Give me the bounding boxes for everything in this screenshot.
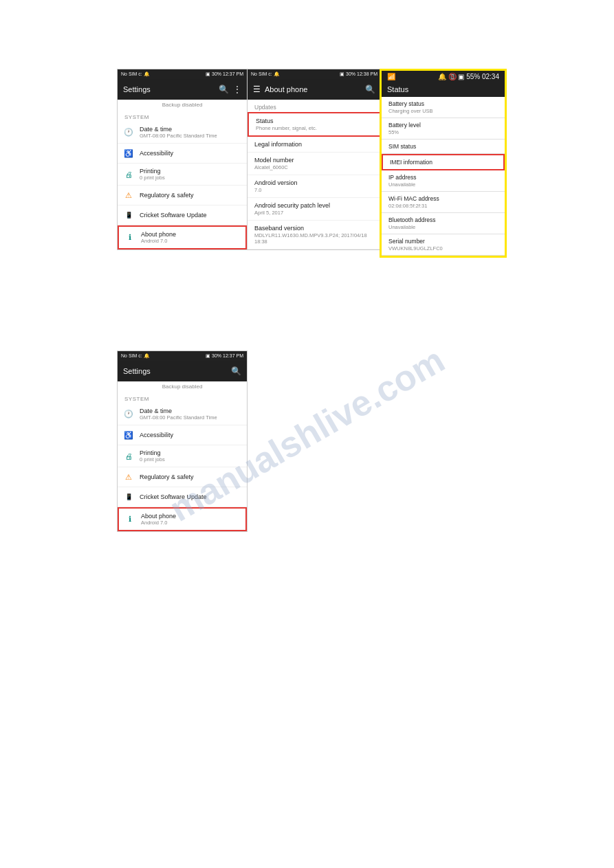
about-security-patch[interactable]: Android security patch level April 5, 20… <box>248 198 381 221</box>
serial-number-item[interactable]: Serial number VWUKN8L9UGLZLFC0 <box>382 234 505 256</box>
cricket-icon: 📱 <box>123 210 134 221</box>
about-status[interactable]: Status Phone number, signal, etc. <box>248 112 381 137</box>
serial-number-value: VWUKN8L9UGLZLFC0 <box>388 245 498 252</box>
bottom-printing-subtitle: 0 print jobs <box>140 456 241 463</box>
battery-level-title: Battery level <box>388 122 498 129</box>
settings-accessibility[interactable]: ♿ Accessibility <box>118 144 247 164</box>
status-bar-left: No SIM c: 🔔 ▣ 30% 12:37 PM <box>118 69 247 79</box>
bottom-cricket[interactable]: 📱 Cricket Software Update <box>118 487 247 507</box>
battery-level-item[interactable]: Battery level 55% <box>382 118 505 140</box>
bottom-clock-icon: 🕐 <box>123 409 134 420</box>
about-baseband[interactable]: Baseband version MDLYLR11.W1630.MD.MPV9.… <box>248 221 381 249</box>
status-panel-bar-left: 📶 <box>387 73 395 80</box>
bottom-phone: No SIM c: 🔔 ▣ 30% 12:37 PM Settings 🔍 Ba… <box>117 350 248 532</box>
bottom-date-time[interactable]: 🕐 Date & time GMT-08:00 Pacific Standard… <box>118 403 247 425</box>
menu-icon[interactable]: ⋮ <box>233 85 241 94</box>
status-bar-middle-left: No SIM c: 🔔 <box>251 71 280 77</box>
bottom-system-header: SYSTEM <box>118 392 247 403</box>
bottom-backup-disabled: Backup disabled <box>118 381 247 392</box>
imei-info-item[interactable]: IMEI information <box>382 154 505 170</box>
sim-status-title: SIM status <box>388 143 498 150</box>
about-title-left: About phone <box>141 231 240 238</box>
settings-regulatory[interactable]: ⚠ Regulatory & safety <box>118 186 247 205</box>
updates-section-header: Updates <box>248 100 381 112</box>
sim-status-item[interactable]: SIM status <box>382 140 505 154</box>
security-patch-value: April 5, 2017 <box>254 210 374 216</box>
date-time-title: Date & time <box>140 126 241 133</box>
bottom-status-bar: No SIM c: 🔔 ▣ 30% 12:37 PM <box>118 351 247 361</box>
print-icon: 🖨 <box>123 169 134 180</box>
clock-icon: 🕐 <box>123 127 134 138</box>
regulatory-title: Regulatory & safety <box>140 192 241 199</box>
about-legal[interactable]: Legal information <box>248 137 381 153</box>
bottom-app-bar: Settings 🔍 <box>118 361 247 381</box>
bottom-regulatory-title: Regulatory & safety <box>140 474 241 480</box>
top-left-phone: No SIM c: 🔔 ▣ 30% 12:37 PM Settings 🔍 ⋮ … <box>117 69 248 250</box>
settings-about-phone-left[interactable]: ℹ About phone Android 7.0 <box>118 225 247 249</box>
imei-title: IMEI information <box>390 159 496 166</box>
bottom-cricket-icon: 📱 <box>123 491 134 502</box>
bluetooth-title: Bluetooth address <box>388 216 498 223</box>
printing-subtitle: 0 print jobs <box>140 175 241 181</box>
search-icon[interactable]: 🔍 <box>219 85 229 94</box>
wifi-mac-value: 02:0d:08:5f:2f:31 <box>388 203 498 209</box>
android-version-value: 7.0 <box>254 187 374 193</box>
settings-cricket[interactable]: 📱 Cricket Software Update <box>118 205 247 225</box>
wifi-mac-title: Wi-Fi MAC address <box>388 195 498 202</box>
bottom-accessibility-title: Accessibility <box>140 432 241 438</box>
app-bar-left: Settings 🔍 ⋮ <box>118 79 247 100</box>
battery-level-value: 55% <box>388 129 498 135</box>
battery-status-value: Charging over USB <box>388 108 498 114</box>
bottom-phone-area: No SIM c: 🔔 ▣ 30% 12:37 PM Settings 🔍 Ba… <box>117 350 248 532</box>
settings-date-time[interactable]: 🕐 Date & time GMT-08:00 Pacific Standard… <box>118 122 247 144</box>
bottom-accessibility-icon: ♿ <box>123 430 134 441</box>
bottom-status-left: No SIM c: 🔔 <box>121 353 150 359</box>
about-icon-left: ℹ <box>124 232 135 243</box>
status-panel-header: Status <box>382 82 505 97</box>
model-title: Model number <box>254 157 374 164</box>
bottom-about-phone[interactable]: ℹ About phone Android 7.0 <box>118 507 247 531</box>
bottom-printing-title: Printing <box>140 449 241 456</box>
security-patch-title: Android security patch level <box>254 202 374 209</box>
model-value: Alcatel_6060C <box>254 164 374 170</box>
serial-number-title: Serial number <box>388 238 498 245</box>
status-bar-middle-right: ▣ 30% 12:38 PM <box>340 71 377 77</box>
ip-address-item[interactable]: IP address Unavailable <box>382 170 505 192</box>
battery-status-item[interactable]: Battery status Charging over USB <box>382 97 505 118</box>
accessibility-icon: ♿ <box>123 148 134 159</box>
bottom-date-time-subtitle: GMT-08:00 Pacific Standard Time <box>140 414 241 421</box>
date-time-subtitle: GMT-08:00 Pacific Standard Time <box>140 133 241 139</box>
status-bar-left-text: No SIM c: 🔔 <box>121 71 150 77</box>
settings-printing[interactable]: 🖨 Printing 0 print jobs <box>118 164 247 186</box>
bottom-printing[interactable]: 🖨 Printing 0 print jobs <box>118 445 247 467</box>
app-bar-middle: ☰ About phone 🔍 <box>248 79 381 100</box>
bottom-about-icon: ℹ <box>124 514 135 525</box>
bluetooth-address-item[interactable]: Bluetooth address Unavailable <box>382 213 505 234</box>
search-icon-middle[interactable]: 🔍 <box>365 85 375 94</box>
bottom-regulatory-icon: ⚠ <box>123 471 134 482</box>
about-subtitle-left: Android 7.0 <box>141 238 240 244</box>
bottom-cricket-title: Cricket Software Update <box>140 493 241 500</box>
about-android-version[interactable]: Android version 7.0 <box>248 175 381 198</box>
bottom-about-subtitle: Android 7.0 <box>141 520 240 526</box>
backup-disabled-label: Backup disabled <box>118 100 247 110</box>
bottom-about-title: About phone <box>141 513 240 520</box>
regulatory-icon: ⚠ <box>123 190 134 201</box>
battery-status-title: Battery status <box>388 100 498 107</box>
system-section-header: SYSTEM <box>118 110 247 122</box>
status-panel-bar-right: 🔔 📵 ▣ 55% 02:34 <box>438 73 499 80</box>
accessibility-title: Accessibility <box>140 150 241 157</box>
status-bar-middle: No SIM c: 🔔 ▣ 30% 12:38 PM <box>248 69 381 79</box>
android-version-title: Android version <box>254 179 374 186</box>
bottom-search-icon[interactable]: 🔍 <box>231 366 241 376</box>
status-title: Status <box>256 118 373 124</box>
wifi-mac-item[interactable]: Wi-Fi MAC address 02:0d:08:5f:2f:31 <box>382 192 505 213</box>
bottom-regulatory[interactable]: ⚠ Regulatory & safety <box>118 467 247 487</box>
bottom-app-bar-title: Settings <box>123 367 227 375</box>
menu-icon-middle[interactable]: ☰ <box>253 85 261 94</box>
about-model[interactable]: Model number Alcatel_6060C <box>248 153 381 175</box>
about-phone-title: About phone <box>265 85 361 93</box>
printing-title: Printing <box>140 168 241 175</box>
bluetooth-value: Unavailable <box>388 224 498 230</box>
bottom-accessibility[interactable]: ♿ Accessibility <box>118 425 247 445</box>
